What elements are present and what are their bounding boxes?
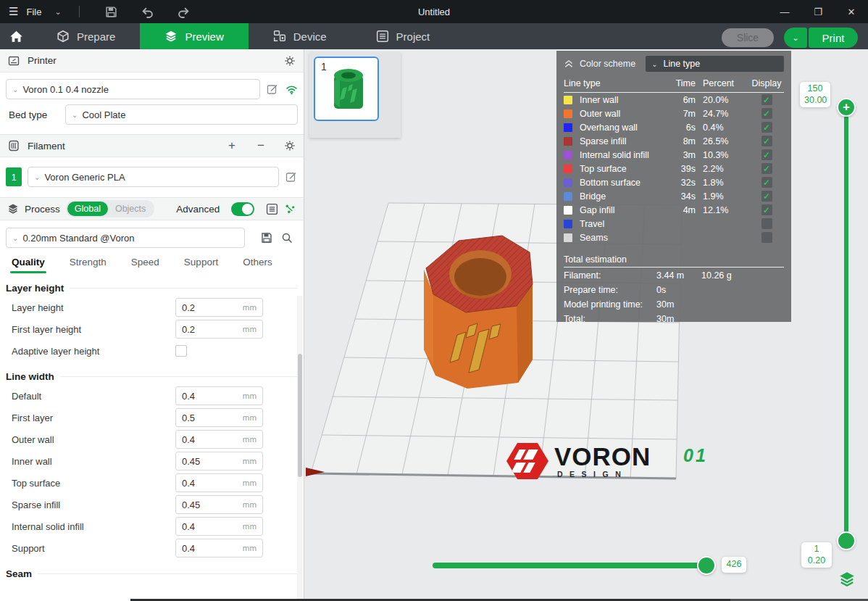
display-checkbox[interactable]: ✓ [761, 149, 772, 160]
slice-button[interactable]: Slice [722, 28, 774, 47]
display-checkbox[interactable]: ✓ [761, 177, 772, 188]
printer-connection-wifi-icon[interactable] [285, 83, 298, 96]
filament-slot-badge[interactable]: 1 [6, 167, 22, 186]
display-checkbox[interactable]: ✓ [761, 122, 772, 133]
parameter-tune-icon[interactable] [284, 202, 296, 215]
tab-prepare[interactable]: Prepare [32, 23, 140, 49]
save-icon[interactable] [104, 4, 119, 19]
layer-top-height: 30.00 [804, 95, 826, 107]
file-menu[interactable]: File [26, 7, 41, 17]
print-button[interactable]: Print [809, 28, 858, 48]
setting-input[interactable]: 0.4mm [175, 539, 263, 558]
process-tab-support[interactable]: Support [184, 257, 218, 273]
display-checkbox[interactable]: ✓ [761, 191, 772, 202]
display-checkbox[interactable]: ✓ [761, 94, 772, 105]
color-scheme-panel: Color scheme ⌄ Line type Line type Time … [556, 51, 791, 322]
setting-input[interactable]: 0.5mm [175, 408, 263, 427]
collapse-panel-icon[interactable] [564, 59, 574, 69]
remove-filament-icon[interactable]: − [254, 139, 267, 152]
setting-label: Default [12, 391, 175, 402]
layer-view-mode-icon[interactable] [837, 569, 857, 589]
process-tab-others[interactable]: Others [243, 257, 272, 273]
bed-type-select[interactable]: ⌄ Cool Plate [65, 104, 298, 125]
line-type-time: 34s [667, 191, 696, 202]
line-type-percent: 20.0% [696, 95, 749, 105]
printer-section-header: Printer [0, 49, 304, 72]
parameter-list-icon[interactable] [266, 202, 278, 215]
line-type-label: Inner wall [580, 95, 667, 105]
display-checkbox[interactable]: ✓ [761, 163, 772, 174]
add-filament-icon[interactable]: + [225, 139, 238, 152]
display-checkbox[interactable] [761, 218, 772, 229]
filament-settings-gear-icon[interactable] [283, 139, 296, 152]
setting-input[interactable]: 0.4mm [175, 517, 263, 536]
setting-label: Layer height [12, 302, 175, 313]
minimize-button[interactable]: — [768, 0, 801, 23]
tab-preview-label: Preview [185, 30, 223, 43]
setting-input[interactable]: 0.45mm [175, 452, 263, 471]
object-thumbnail[interactable]: 1 [314, 57, 379, 121]
setting-label: Top surface [12, 478, 175, 489]
setting-input[interactable]: 0.4mm [175, 430, 263, 449]
setting-input[interactable]: 0.45mm [175, 495, 263, 514]
display-checkbox[interactable]: ✓ [761, 136, 772, 146]
advanced-toggle[interactable] [231, 202, 254, 216]
process-tab-speed[interactable]: Speed [131, 257, 159, 273]
settings-scrollbar[interactable] [297, 296, 303, 600]
sliced-model[interactable] [408, 217, 546, 391]
display-checkbox[interactable]: ✓ [761, 204, 772, 215]
process-tab-strength[interactable]: Strength [70, 257, 107, 273]
tab-preview[interactable]: Preview [140, 23, 248, 49]
section-title-seam: Seam [6, 568, 298, 579]
redo-icon[interactable] [177, 4, 191, 19]
tab-device[interactable]: Device [249, 23, 351, 49]
setting-row-first-layer: First layer0.5mm [0, 407, 304, 428]
section-title-layer-height: Layer height [6, 283, 298, 294]
display-checkbox[interactable]: ✓ [761, 108, 772, 119]
layer-slider-bottom-handle[interactable] [837, 531, 856, 550]
printer-settings-gear-icon[interactable] [283, 54, 296, 67]
horizontal-move-slider[interactable] [433, 563, 714, 568]
save-preset-icon[interactable] [260, 231, 273, 244]
layer-range-slider[interactable] [844, 106, 848, 542]
setting-value: 0.4 [182, 521, 243, 532]
setting-checkbox[interactable] [175, 345, 187, 357]
layer-bottom-number: 1 [806, 544, 827, 555]
section-title-line-width: Line width [6, 371, 298, 382]
setting-label: Support [12, 543, 175, 554]
legend-row-inner-wall: Inner wall6m20.0%✓ [564, 93, 784, 107]
process-preset-select[interactable]: ⌄ 0.20mm Standard @Voron [6, 228, 245, 248]
voron-logo-subtext: DESIGN [557, 471, 651, 478]
home-icon[interactable] [0, 30, 32, 43]
color-scheme-select[interactable]: ⌄ Line type [646, 56, 784, 72]
main-menu-icon[interactable]: ☰ [9, 5, 19, 18]
setting-input[interactable]: 0.4mm [175, 473, 263, 492]
undo-icon[interactable] [141, 4, 155, 19]
display-checkbox[interactable] [761, 232, 772, 243]
horizontal-slider-handle[interactable] [697, 556, 716, 575]
total-label: Filament: [564, 270, 656, 281]
search-icon[interactable] [280, 231, 293, 244]
filament-preset-select[interactable]: ⌄ Voron Generic PLA [28, 167, 279, 187]
setting-input[interactable]: 0.4mm [175, 386, 263, 405]
line-type-color-swatch [564, 206, 572, 215]
close-button[interactable]: ✕ [835, 0, 868, 23]
print-dropdown-chevron-icon[interactable]: ⌄ [784, 28, 807, 48]
layer-slider-top-handle[interactable]: + [837, 98, 856, 117]
setting-input[interactable]: 0.2mm [175, 298, 263, 317]
printer-edit-icon[interactable] [266, 83, 279, 96]
setting-row-inner-wall: Inner wall0.45mm [0, 450, 304, 472]
maximize-button[interactable]: ❐ [801, 0, 835, 23]
scrollbar-thumb[interactable] [298, 354, 302, 477]
line-type-color-swatch [564, 123, 572, 132]
printer-preset-select[interactable]: ⌄ Voron 0.1 0.4 nozzle [6, 79, 260, 99]
process-tab-quality[interactable]: Quality [12, 257, 45, 273]
filament-edit-icon[interactable] [285, 170, 298, 183]
setting-input[interactable]: 0.2mm [175, 320, 263, 339]
scope-global-button[interactable]: Global [67, 202, 108, 216]
setting-row-support: Support0.4mm [0, 537, 304, 559]
line-type-percent: 1.9% [696, 191, 749, 202]
file-menu-chevron-icon[interactable]: ⌄ [54, 7, 61, 17]
tab-project[interactable]: Project [351, 23, 455, 49]
scope-objects-button[interactable]: Objects [108, 202, 153, 216]
